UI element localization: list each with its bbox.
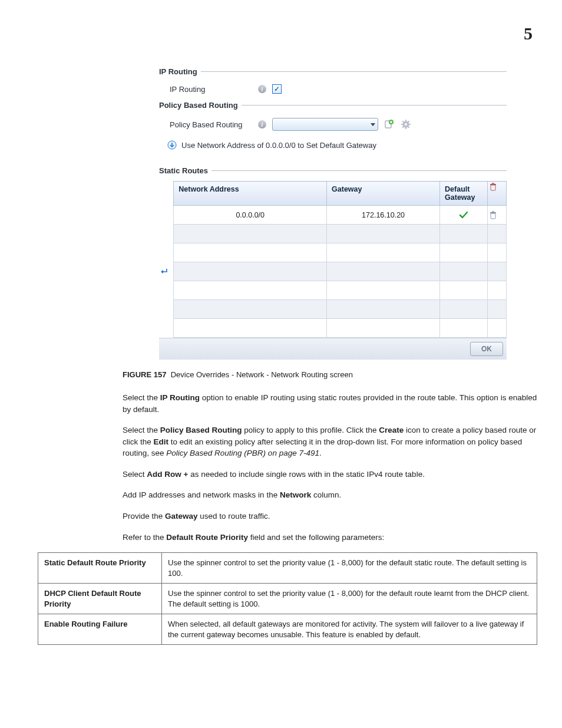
col-network-address: Network Address — [174, 182, 327, 206]
parameters-table: Static Default Route Priority Use the sp… — [38, 552, 537, 645]
pbr-section-title: Policy Based Routing — [159, 101, 238, 110]
hint-text: Use Network Address of 0.0.0.0/0 to Set … — [181, 141, 376, 150]
table-row[interactable] — [159, 281, 507, 300]
ip-routing-section-title: IP Routing — [159, 67, 197, 76]
table-row[interactable] — [159, 262, 507, 281]
create-icon[interactable] — [384, 119, 395, 130]
cell-gateway[interactable]: 172.16.10.20 — [327, 206, 440, 225]
cell-delete — [488, 206, 507, 225]
footer-bar: OK — [159, 338, 507, 360]
svg-rect-16 — [491, 213, 495, 219]
param-desc: Use the spinner control to set the prior… — [162, 553, 537, 584]
table-row[interactable] — [159, 300, 507, 319]
info-icon[interactable]: i — [258, 85, 266, 93]
check-icon — [440, 211, 487, 219]
table-row: Enable Routing Failure When selected, al… — [38, 614, 537, 645]
table-row[interactable] — [159, 225, 507, 243]
paragraph: Select the Policy Based Routing policy t… — [123, 424, 538, 459]
default-gateway-hint: Use Network Address of 0.0.0.0/0 to Set … — [159, 138, 507, 166]
static-routes-table: Network Address Gateway Default Gateway … — [159, 181, 507, 338]
paragraph: Select Add Row + as needed to include si… — [123, 469, 538, 480]
svg-rect-4 — [405, 120, 406, 121]
col-default-gateway: Default Gateway — [440, 182, 488, 206]
figure-label: FIGURE 157 — [123, 370, 166, 379]
param-name: Enable Routing Failure — [38, 614, 162, 645]
param-desc: Use the spinner control to set the prior… — [162, 584, 537, 614]
paragraph: Refer to the Default Route Priority fiel… — [123, 532, 538, 543]
svg-rect-17 — [490, 212, 496, 213]
add-row-icon[interactable] — [159, 268, 173, 276]
svg-rect-6 — [401, 124, 403, 125]
ip-routing-checkbox[interactable]: ✓ — [272, 84, 282, 94]
svg-rect-7 — [409, 124, 411, 125]
routing-screenshot: IP Routing IP Routing i ✓ Policy Based R… — [159, 67, 507, 360]
delete-icon[interactable] — [489, 211, 505, 219]
paragraph: Provide the Gateway used to route traffi… — [123, 510, 538, 522]
delete-all-icon[interactable] — [489, 183, 505, 191]
paragraph: Select the IP Routing option to enable I… — [123, 392, 538, 415]
static-routes-section-header: Static Routes — [159, 166, 507, 175]
gutter-cell — [159, 206, 174, 225]
divider — [242, 105, 507, 106]
svg-rect-18 — [492, 211, 494, 212]
ip-routing-field: IP Routing i ✓ — [159, 82, 507, 101]
static-routes-title: Static Routes — [159, 166, 208, 175]
param-name: Static Default Route Priority — [38, 553, 162, 584]
col-delete-all — [488, 182, 507, 206]
gutter-cell — [159, 262, 174, 281]
ip-routing-section-header: IP Routing — [159, 67, 507, 76]
ip-routing-label: IP Routing — [170, 85, 252, 94]
figure-caption-text: Device Overrides - Network - Network Rou… — [171, 370, 353, 379]
page-number: 5 — [24, 24, 538, 44]
table-row[interactable] — [159, 243, 507, 262]
col-gateway: Gateway — [327, 182, 440, 206]
divider — [201, 71, 507, 72]
info-icon[interactable]: i — [258, 120, 266, 129]
paragraph: Add IP addresses and network masks in th… — [123, 489, 538, 501]
param-name: DHCP Client Default Route Priority — [38, 584, 162, 614]
ok-button[interactable]: OK — [470, 342, 503, 356]
pbr-select[interactable] — [272, 118, 378, 131]
down-arrow-icon — [167, 140, 177, 150]
table-row: DHCP Client Default Route Priority Use t… — [38, 584, 537, 614]
pbr-section-header: Policy Based Routing — [159, 101, 507, 110]
svg-rect-5 — [405, 127, 406, 129]
table-row[interactable] — [159, 319, 507, 338]
figure-caption: FIGURE 157 Device Overrides - Network - … — [123, 370, 538, 379]
svg-rect-15 — [492, 183, 494, 185]
gutter-cell — [159, 182, 174, 206]
svg-rect-14 — [490, 184, 496, 185]
table-row: Static Default Route Priority Use the sp… — [38, 553, 537, 584]
svg-rect-13 — [491, 185, 495, 190]
pbr-field: Policy Based Routing i — [159, 116, 507, 138]
cell-network-address[interactable]: 0.0.0.0/0 — [174, 206, 327, 225]
table-row[interactable]: 0.0.0.0/0 172.16.10.20 — [159, 206, 507, 225]
divider — [211, 170, 507, 171]
param-desc: When selected, all default gateways are … — [162, 614, 537, 645]
chevron-down-icon — [371, 123, 375, 126]
cell-default-gateway — [440, 206, 488, 225]
gear-icon[interactable] — [401, 119, 411, 130]
svg-point-3 — [405, 123, 407, 126]
pbr-label: Policy Based Routing — [170, 120, 252, 129]
